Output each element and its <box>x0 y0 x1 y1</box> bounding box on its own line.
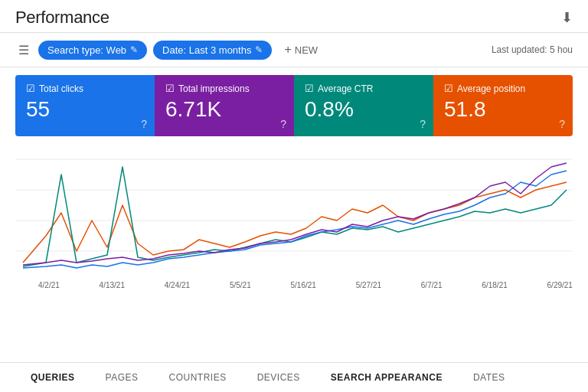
page-title: Performance <box>15 8 109 28</box>
ctr-checkbox: ☑ <box>305 83 314 94</box>
download-icon[interactable]: ⬇ <box>561 9 573 26</box>
tab-dates[interactable]: DATES <box>458 363 521 392</box>
date-label-7: 6/7/21 <box>421 281 443 289</box>
date-label-8: 6/18/21 <box>482 281 507 289</box>
tab-queries[interactable]: QUERIES <box>15 363 90 392</box>
clicks-line <box>23 171 567 268</box>
date-label-6: 5/27/21 <box>356 281 381 289</box>
impressions-info-icon[interactable]: ? <box>280 118 286 130</box>
plus-icon: + <box>284 43 291 57</box>
metric-impressions-label: ☑ Total impressions <box>165 83 283 94</box>
ctr-info-icon[interactable]: ? <box>420 118 426 130</box>
tab-countries[interactable]: COUNTRIES <box>153 363 241 392</box>
position-checkbox: ☑ <box>444 83 453 94</box>
date-label-1: 4/2/21 <box>38 281 60 289</box>
ctr-line <box>23 182 567 263</box>
date-label-3: 4/24/21 <box>165 281 190 289</box>
new-button[interactable]: + NEW <box>278 39 324 60</box>
impressions-checkbox: ☑ <box>165 83 175 94</box>
date-label-9: 6/29/21 <box>547 281 573 289</box>
metric-clicks-label: ☑ Total clicks <box>26 83 144 94</box>
tab-pages[interactable]: PAGES <box>90 363 154 392</box>
date-label: Date: Last 3 months <box>162 44 251 56</box>
screen-container: Performance ⬇ ☰ Search type: Web ✎ Date:… <box>0 0 588 392</box>
search-type-label: Search type: Web <box>47 44 126 56</box>
metric-ctr-label: ☑ Average CTR <box>305 83 423 94</box>
ctr-value: 0.8% <box>305 99 423 120</box>
metric-total-impressions[interactable]: ☑ Total impressions 6.71K ? <box>155 75 294 136</box>
metric-average-position[interactable]: ☑ Average position 51.8 ? <box>433 75 573 136</box>
metric-average-ctr[interactable]: ☑ Average CTR 0.8% ? <box>294 75 433 136</box>
last-updated-text: Last updated: 5 hou <box>492 44 573 55</box>
position-value: 51.8 <box>444 99 562 120</box>
filter-icon[interactable]: ☰ <box>15 40 32 60</box>
performance-chart <box>15 144 573 278</box>
search-type-button[interactable]: Search type: Web ✎ <box>38 41 147 60</box>
position-line <box>23 163 567 265</box>
search-type-edit-icon: ✎ <box>130 44 138 55</box>
date-filter-button[interactable]: Date: Last 3 months ✎ <box>153 41 272 60</box>
date-label-5: 5/16/21 <box>291 281 316 289</box>
new-label: NEW <box>295 44 318 56</box>
tab-devices[interactable]: DEVICES <box>242 363 315 392</box>
ctr-label-text: Average CTR <box>318 83 373 94</box>
date-edit-icon: ✎ <box>255 44 263 55</box>
clicks-label-text: Total clicks <box>39 83 83 94</box>
chart-dates: 4/2/21 4/13/21 4/24/21 5/5/21 5/16/21 5/… <box>15 281 573 292</box>
chart-area: 4/2/21 4/13/21 4/24/21 5/5/21 5/16/21 5/… <box>15 144 573 297</box>
metric-position-label: ☑ Average position <box>444 83 562 94</box>
date-label-2: 4/13/21 <box>100 281 125 289</box>
metrics-row: ☑ Total clicks 55 ? ☑ Total impressions … <box>15 75 573 136</box>
impressions-label-text: Total impressions <box>178 83 250 94</box>
tabs-row: QUERIES PAGES COUNTRIES DEVICES SEARCH A… <box>0 362 588 392</box>
position-info-icon[interactable]: ? <box>559 118 565 130</box>
date-label-4: 5/5/21 <box>230 281 251 289</box>
clicks-value: 55 <box>26 99 144 120</box>
position-label-text: Average position <box>457 83 525 94</box>
metric-total-clicks[interactable]: ☑ Total clicks 55 ? <box>15 75 155 136</box>
toolbar: ☰ Search type: Web ✎ Date: Last 3 months… <box>0 33 588 67</box>
header: Performance ⬇ <box>0 0 588 33</box>
clicks-checkbox: ☑ <box>26 83 35 94</box>
tab-search-appearance[interactable]: SEARCH APPEARANCE <box>315 363 458 392</box>
clicks-info-icon[interactable]: ? <box>141 118 147 130</box>
impressions-value: 6.71K <box>165 99 283 120</box>
